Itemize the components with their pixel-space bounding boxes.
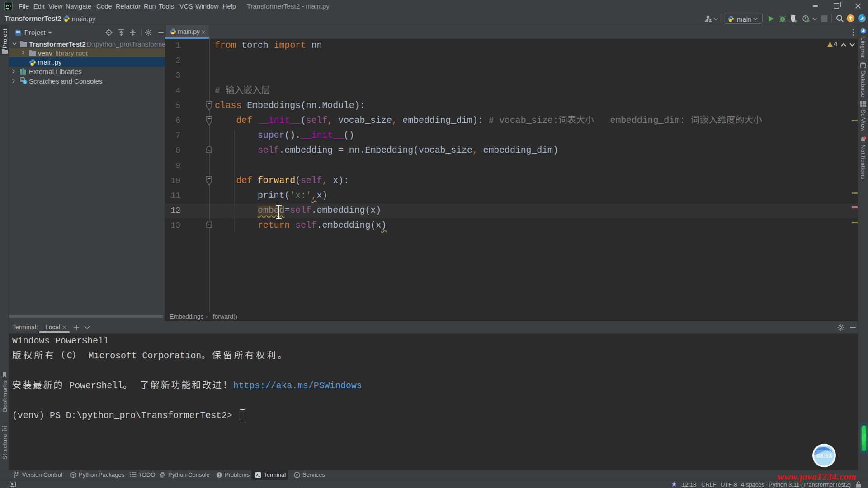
svg-text:PC: PC (6, 4, 11, 8)
